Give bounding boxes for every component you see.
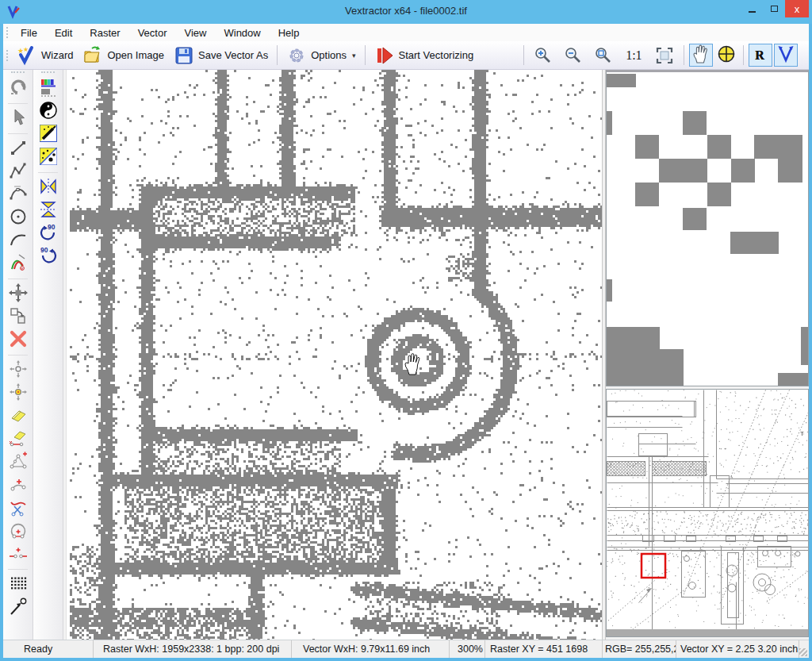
menu-raster[interactable]: Raster [81, 25, 128, 40]
wizard-button[interactable]: ★★Wizard [12, 43, 78, 68]
tool-color-palette[interactable] [33, 77, 63, 100]
tool-flip-vertical[interactable] [33, 176, 63, 199]
vector-tools-toolbar: e [3, 70, 33, 640]
toolbar-separator [523, 45, 524, 65]
tool-trace-curve[interactable]: e [3, 252, 33, 275]
tool-split-curve[interactable] [3, 497, 33, 520]
clean-noise-icon [38, 123, 59, 147]
start-vectorizing-label: Start Vectorizing [399, 49, 474, 61]
open-image-icon [82, 45, 103, 66]
tool-move-object[interactable] [3, 282, 33, 306]
zoom-fit-icon [654, 45, 675, 66]
title-bar[interactable]: Vextractor x64 - file0002.tif x [0, 0, 812, 24]
close-curve-icon [8, 520, 29, 544]
tool-rotate-cw-90[interactable]: 90 [33, 222, 63, 245]
tool-add-vertex[interactable] [3, 451, 33, 474]
menu-view[interactable]: View [176, 25, 216, 40]
pick-point-icon [8, 596, 29, 620]
maximize-button[interactable] [763, 0, 785, 17]
raster-visibility-toggle[interactable]: R [749, 44, 772, 67]
open-image-label: Open Image [107, 49, 164, 61]
tool-clean-noise[interactable] [33, 123, 63, 146]
center-target-icon [716, 44, 737, 67]
tool-flip-horizontal[interactable] [33, 199, 63, 222]
curve-icon [8, 183, 29, 207]
zoom-region-icon [593, 45, 614, 66]
svg-text:e: e [21, 266, 23, 271]
zoom-actual-size-button[interactable]: 1:1 [619, 46, 649, 65]
menu-help[interactable]: Help [270, 25, 308, 40]
trace-curve-icon: e [8, 252, 29, 276]
dropdown-caret-icon[interactable]: ▾ [352, 52, 356, 60]
tool-close-curve[interactable] [3, 520, 33, 543]
zoom-in-icon [533, 45, 553, 66]
select-arrow-icon [8, 107, 29, 131]
raster-view-canvas[interactable] [70, 70, 603, 640]
one-to-one-icon: 1:1 [623, 48, 644, 63]
arc-icon [8, 229, 29, 253]
pan-hand-toggle[interactable] [689, 44, 713, 67]
minimize-button[interactable] [741, 0, 763, 17]
toolbar-separator [365, 45, 366, 65]
raster-tools-toolbar: 9090 [33, 70, 63, 640]
tool-curve[interactable] [3, 183, 33, 206]
zoom-fit-button[interactable] [649, 43, 680, 68]
tool-pick-point[interactable] [3, 596, 33, 619]
overview-panel[interactable] [606, 389, 809, 637]
invert-icon [38, 100, 59, 124]
resize-grip[interactable] [799, 640, 809, 658]
dot-grid-icon [8, 573, 29, 597]
zoom-region-button[interactable] [588, 43, 619, 68]
flip-horizontal-icon [38, 199, 59, 223]
raster-view[interactable] [66, 70, 602, 640]
tool-despeckle[interactable] [33, 146, 63, 169]
tool-rotate-ccw-90[interactable]: 90 [33, 245, 63, 268]
erase-segment-icon [8, 428, 29, 452]
close-button[interactable]: x [785, 0, 809, 17]
tool-dot-grid[interactable] [3, 573, 33, 596]
tool-separator [8, 355, 28, 355]
start-vectorizing-icon [374, 45, 395, 66]
tool-delete-object[interactable] [3, 329, 33, 352]
toolbar-separator [277, 45, 278, 65]
vector-visibility-toggle[interactable] [774, 44, 798, 67]
raster-visibility-icon: R [755, 48, 765, 63]
toolbar-separator [743, 45, 744, 65]
tool-line[interactable] [3, 137, 33, 160]
overview-canvas[interactable] [607, 390, 808, 636]
tool-copy-object[interactable] [3, 306, 33, 329]
tool-arc[interactable] [3, 229, 33, 252]
menu-vector[interactable]: Vector [129, 25, 176, 40]
save-vector-as-button[interactable]: Save Vector As [169, 43, 273, 68]
tool-eraser[interactable] [3, 405, 33, 428]
tool-select[interactable] [3, 107, 33, 130]
raster-visibility-label: R [755, 48, 765, 62]
tool-join-segments[interactable] [3, 543, 33, 566]
tool-separator [8, 133, 28, 134]
menu-file[interactable]: File [12, 25, 46, 40]
pixel-magnifier-canvas[interactable] [607, 72, 808, 386]
tool-undo[interactable] [3, 77, 33, 100]
zoom-in-button[interactable] [528, 43, 558, 68]
tool-circle[interactable] [3, 206, 33, 229]
copy-object-icon [8, 306, 29, 329]
move-node-snap-icon [8, 382, 29, 405]
zoom-out-button[interactable] [558, 43, 588, 68]
tool-add-arc-vertex[interactable] [3, 474, 33, 497]
center-view-toggle[interactable] [714, 44, 738, 67]
undo-icon [8, 77, 29, 101]
tool-polyline[interactable] [3, 160, 33, 183]
options-button[interactable]: Options▾ [282, 43, 360, 68]
menu-edit[interactable]: Edit [46, 25, 81, 40]
one-to-one-label: 1:1 [623, 48, 644, 62]
tool-erase-segment[interactable] [3, 428, 33, 451]
open-image-button[interactable]: Open Image [78, 43, 169, 68]
menu-window[interactable]: Window [215, 25, 269, 40]
tool-invert-raster[interactable] [33, 100, 63, 123]
delete-object-icon [8, 329, 29, 352]
pixel-magnifier-panel[interactable] [606, 70, 809, 386]
tool-move-node[interactable] [3, 359, 33, 382]
start-vectorizing-button[interactable]: Start Vectorizing [370, 43, 479, 68]
tool-separator [8, 569, 28, 570]
tool-move-node-snap[interactable] [3, 382, 33, 405]
